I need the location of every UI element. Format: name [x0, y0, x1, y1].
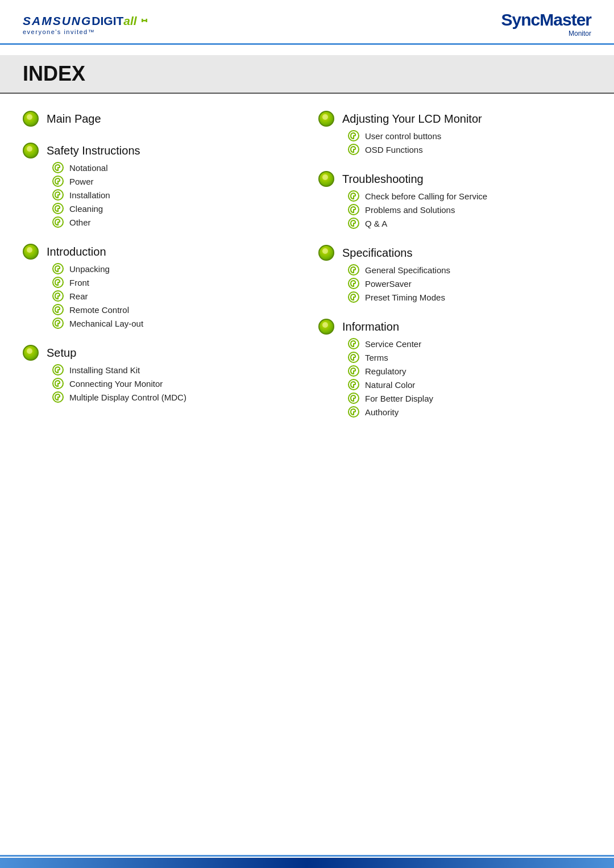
installation-label: Installation [69, 190, 110, 200]
samsung-logo: SAMSUNG DIGITall ꟷ everyone's invited™ [23, 12, 148, 35]
list-item[interactable]: User control buttons [348, 130, 591, 141]
section-setup: Setup Installing Stand Kit Connecting Yo… [23, 345, 296, 403]
list-item[interactable]: For Better Display [348, 393, 591, 404]
list-item[interactable]: Installing Stand Kit [52, 364, 296, 375]
list-item[interactable]: Power [52, 176, 296, 187]
section-specifications-header[interactable]: Specifications [318, 245, 591, 261]
list-item[interactable]: Cleaning [52, 203, 296, 214]
footer-bar [0, 858, 614, 868]
adjusting-sub-items: User control buttons OSD Functions [348, 130, 591, 155]
section-information-header[interactable]: Information [318, 319, 591, 335]
index-title-bar: INDEX [0, 55, 614, 94]
section-specifications: Specifications General Specifications Po… [318, 245, 591, 303]
list-item[interactable]: Other [52, 216, 296, 228]
list-item[interactable]: Remote Control [52, 304, 296, 315]
safety-title: Safety Instructions [47, 144, 140, 157]
adjusting-icon [318, 111, 334, 127]
service-center-icon [348, 338, 359, 349]
samsung-brand-text: SAMSUNG [23, 14, 92, 28]
digit-loop: ꟷ [141, 12, 148, 28]
section-main-page-header[interactable]: Main Page [23, 111, 296, 127]
digit-label: DIGIT [92, 14, 123, 27]
terms-icon [348, 352, 359, 363]
notational-label: Notational [69, 163, 108, 173]
list-item[interactable]: Q & A [348, 218, 591, 229]
information-title: Information [342, 320, 399, 333]
osd-icon [348, 144, 359, 155]
section-introduction: Introduction Unpacking Front [23, 244, 296, 329]
osd-label: OSD Functions [365, 145, 423, 155]
list-item[interactable]: Check before Calling for Service [348, 190, 591, 202]
list-item[interactable]: Regulatory [348, 365, 591, 377]
setup-sub-items: Installing Stand Kit Connecting Your Mon… [52, 364, 296, 403]
rear-label: Rear [69, 291, 88, 301]
list-item[interactable]: OSD Functions [348, 144, 591, 155]
section-safety-header[interactable]: Safety Instructions [23, 143, 296, 158]
troubleshooting-sub-items: Check before Calling for Service Problem… [348, 190, 591, 229]
powersaver-label: PowerSaver [365, 279, 412, 289]
installing-stand-icon [52, 364, 64, 375]
service-center-label: Service Center [365, 339, 421, 349]
setup-icon [23, 345, 39, 361]
list-item[interactable]: Authority [348, 406, 591, 418]
section-setup-header[interactable]: Setup [23, 345, 296, 361]
list-item[interactable]: Front [52, 277, 296, 288]
list-item[interactable]: Rear [52, 290, 296, 302]
list-item[interactable]: PowerSaver [348, 278, 591, 289]
qna-icon [348, 218, 359, 229]
notational-icon [52, 162, 64, 173]
list-item[interactable]: Natural Color [348, 379, 591, 390]
specifications-icon [318, 245, 334, 261]
information-sub-items: Service Center Terms Regulatory [348, 338, 591, 418]
list-item[interactable]: Notational [52, 162, 296, 173]
safety-sub-items: Notational Power Installation [52, 162, 296, 228]
list-item[interactable]: Connecting Your Monitor [52, 378, 296, 389]
adjusting-title: Adjusting Your LCD Monitor [342, 112, 482, 126]
mechanical-layout-icon [52, 318, 64, 329]
regulatory-label: Regulatory [365, 366, 406, 376]
general-spec-label: General Specifications [365, 265, 450, 275]
specifications-sub-items: General Specifications PowerSaver Preset… [348, 264, 591, 303]
list-item[interactable]: Terms [348, 352, 591, 363]
syncmaster-title: SyncMaster [501, 10, 591, 30]
list-item[interactable]: Installation [52, 189, 296, 201]
unpacking-label: Unpacking [69, 264, 110, 274]
list-item[interactable]: Service Center [348, 338, 591, 349]
authority-label: Authority [365, 407, 399, 417]
list-item[interactable]: Mechanical Lay-out [52, 318, 296, 329]
all-label: all [123, 14, 136, 27]
list-item[interactable]: Problems and Solutions [348, 204, 591, 215]
power-label: Power [69, 177, 94, 186]
section-introduction-header[interactable]: Introduction [23, 244, 296, 260]
main-page-title: Main Page [47, 112, 101, 126]
mdc-icon [52, 391, 64, 403]
installing-stand-label: Installing Stand Kit [69, 365, 140, 375]
list-item[interactable]: Preset Timing Modes [348, 291, 591, 303]
troubleshooting-title: Troubleshooting [342, 173, 424, 186]
front-label: Front [69, 278, 89, 287]
section-information: Information Service Center Terms [318, 319, 591, 418]
general-spec-icon [348, 264, 359, 276]
list-item[interactable]: Multiple Display Control (MDC) [52, 391, 296, 403]
better-display-label: For Better Display [365, 394, 433, 403]
syncmaster-logo: SyncMaster Monitor [501, 10, 591, 37]
main-content: Main Page Safety Instructions Notational [0, 111, 614, 433]
section-troubleshooting: Troubleshooting Check before Calling for… [318, 171, 591, 229]
section-safety: Safety Instructions Notational Power [23, 143, 296, 228]
user-control-label: User control buttons [365, 131, 441, 141]
user-control-icon [348, 130, 359, 141]
list-item[interactable]: General Specifications [348, 264, 591, 276]
preset-timing-label: Preset Timing Modes [365, 293, 445, 302]
safety-icon [23, 143, 39, 158]
samsung-tagline: everyone's invited™ [23, 28, 95, 35]
mechanical-layout-label: Mechanical Lay-out [69, 319, 143, 328]
list-item[interactable]: Unpacking [52, 263, 296, 274]
section-adjusting-header[interactable]: Adjusting Your LCD Monitor [318, 111, 591, 127]
installation-icon [52, 189, 64, 201]
right-column: Adjusting Your LCD Monitor User control … [307, 111, 591, 433]
section-troubleshooting-header[interactable]: Troubleshooting [318, 171, 591, 187]
problems-solutions-icon [348, 204, 359, 215]
remote-control-icon [52, 304, 64, 315]
terms-label: Terms [365, 353, 388, 362]
powersaver-icon [348, 278, 359, 289]
